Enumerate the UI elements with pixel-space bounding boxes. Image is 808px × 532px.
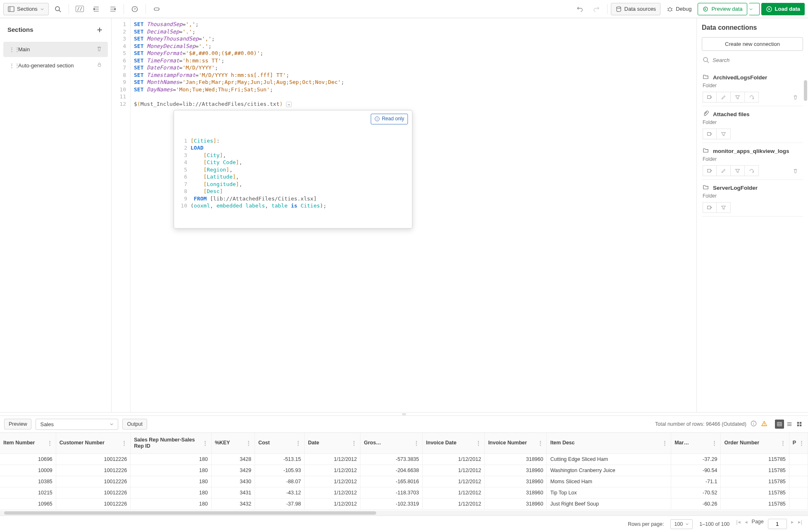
column-menu-icon[interactable]: ⋮ bbox=[296, 440, 301, 446]
connection-type: Folder bbox=[703, 119, 802, 125]
column-header[interactable]: %KEY⋮ bbox=[211, 433, 255, 453]
rows-per-page-select[interactable]: 100 bbox=[670, 519, 693, 529]
column-menu-icon[interactable]: ⋮ bbox=[476, 440, 481, 446]
column-menu-icon[interactable]: ⋮ bbox=[246, 440, 251, 446]
column-menu-icon[interactable]: ⋮ bbox=[414, 440, 419, 446]
insert-connection-button[interactable] bbox=[703, 129, 717, 139]
separator bbox=[607, 4, 608, 14]
data-table[interactable]: Item Number⋮Customer Number⋮Sales Rep Nu… bbox=[0, 432, 808, 511]
info-icon[interactable]: i bbox=[751, 420, 757, 428]
next-page-button[interactable]: ▸ bbox=[791, 519, 794, 529]
last-page-button[interactable]: ▸| bbox=[798, 519, 802, 529]
sections-title: Sections bbox=[7, 26, 33, 33]
list-view-button[interactable] bbox=[785, 420, 794, 429]
undo-button[interactable] bbox=[572, 3, 587, 15]
reload-connection-button[interactable] bbox=[745, 92, 759, 103]
table-row[interactable]: 10009100122261803429-105.931/12/2012-204… bbox=[0, 465, 808, 476]
table-row[interactable]: 10696100122261803428-513.151/12/2012-573… bbox=[0, 453, 808, 465]
add-section-button[interactable]: ＋ bbox=[95, 24, 104, 35]
edit-connection-button[interactable] bbox=[717, 92, 731, 103]
column-header[interactable]: Date⋮ bbox=[305, 433, 360, 453]
horizontal-splitter[interactable]: ═ bbox=[0, 412, 808, 415]
page-label: Page bbox=[752, 519, 764, 529]
edit-connection-button[interactable] bbox=[717, 165, 731, 176]
column-header[interactable]: Invoice Number⋮ bbox=[485, 433, 547, 453]
column-header[interactable]: Sales Rep Number-Sales Rep ID⋮ bbox=[131, 433, 211, 453]
select-data-button[interactable] bbox=[717, 202, 731, 213]
column-menu-icon[interactable]: ⋮ bbox=[799, 440, 804, 446]
column-header[interactable]: Mar…⋮ bbox=[671, 433, 721, 453]
table-cell: -88.07 bbox=[255, 476, 304, 487]
column-menu-icon[interactable]: ⋮ bbox=[122, 440, 127, 446]
delete-connection-button[interactable] bbox=[788, 165, 802, 176]
first-page-button[interactable]: |◂ bbox=[736, 519, 740, 529]
column-menu-icon[interactable]: ⋮ bbox=[712, 440, 717, 446]
output-tab-button[interactable]: Output bbox=[122, 419, 147, 429]
section-row[interactable]: ⋮⋮Auto-generated section bbox=[3, 58, 108, 73]
column-menu-icon[interactable]: ⋮ bbox=[538, 440, 543, 446]
warning-icon[interactable] bbox=[761, 420, 767, 428]
connections-scrollbar[interactable] bbox=[804, 80, 807, 408]
drag-handle-icon[interactable]: ⋮⋮ bbox=[9, 46, 14, 52]
outdent-button[interactable] bbox=[105, 3, 120, 15]
data-sources-button[interactable]: Data sources bbox=[611, 3, 661, 15]
connection-search-input[interactable] bbox=[713, 57, 802, 63]
insert-connection-button[interactable] bbox=[703, 202, 717, 213]
undo-icon bbox=[577, 6, 583, 12]
insert-tag-button[interactable] bbox=[149, 3, 164, 15]
insert-connection-button[interactable] bbox=[703, 165, 717, 176]
table-cell: 180 bbox=[131, 465, 211, 476]
create-connection-button[interactable]: Create new connection bbox=[702, 37, 803, 51]
comment-toggle-button[interactable]: // bbox=[72, 3, 87, 15]
code-content[interactable]: SET ThousandSep=',';SET DecimalSep='.';S… bbox=[131, 18, 696, 412]
insert-connection-button[interactable] bbox=[703, 92, 717, 103]
preview-tab-button[interactable]: Preview bbox=[4, 419, 31, 429]
column-menu-icon[interactable]: ⋮ bbox=[203, 440, 208, 446]
column-header[interactable]: Cost⋮ bbox=[255, 433, 304, 453]
help-button[interactable]: ? bbox=[127, 3, 142, 15]
preview-data-button[interactable]: Preview data bbox=[698, 3, 747, 15]
load-data-button[interactable]: Load data bbox=[761, 3, 805, 15]
column-header[interactable]: Item Desc⋮ bbox=[547, 433, 671, 453]
delete-section-button[interactable] bbox=[96, 46, 102, 53]
table-row[interactable]: 10965100122261803432-37.981/12/2012-102.… bbox=[0, 498, 808, 509]
drag-handle-icon[interactable]: ⋮⋮ bbox=[9, 62, 14, 69]
table-select[interactable]: Sales bbox=[36, 419, 118, 430]
reload-connection-button[interactable] bbox=[745, 165, 759, 176]
column-header[interactable]: Gros…⋮ bbox=[360, 433, 422, 453]
svg-rect-17 bbox=[708, 133, 711, 136]
column-header[interactable]: Customer Number⋮ bbox=[56, 433, 130, 453]
prev-page-button[interactable]: ◂ bbox=[745, 519, 748, 529]
sections-toggle-button[interactable]: Sections bbox=[3, 3, 49, 15]
search-button[interactable] bbox=[50, 3, 65, 15]
redo-button[interactable] bbox=[589, 3, 604, 15]
connection-search[interactable] bbox=[702, 55, 803, 65]
section-row[interactable]: ⋮⋮Main bbox=[3, 42, 108, 57]
column-header[interactable]: Order Number⋮ bbox=[721, 433, 789, 453]
table-cell: -165.8016 bbox=[360, 476, 422, 487]
table-cell: 318960 bbox=[485, 487, 547, 498]
column-menu-icon[interactable]: ⋮ bbox=[351, 440, 357, 446]
grid-view-button[interactable] bbox=[795, 420, 804, 429]
debug-button[interactable]: Debug bbox=[662, 3, 696, 15]
column-menu-icon[interactable]: ⋮ bbox=[780, 440, 786, 446]
column-header[interactable]: P⋮ bbox=[789, 433, 808, 453]
column-header[interactable]: Item Number⋮ bbox=[0, 433, 56, 453]
column-menu-icon[interactable]: ⋮ bbox=[47, 440, 52, 446]
connection-type: Folder bbox=[703, 156, 802, 162]
column-menu-icon[interactable]: ⋮ bbox=[662, 440, 667, 446]
table-horizontal-scrollbar[interactable] bbox=[0, 511, 808, 515]
select-data-button[interactable] bbox=[731, 92, 745, 103]
table-view-button[interactable] bbox=[775, 420, 784, 429]
select-data-button[interactable] bbox=[717, 129, 731, 139]
chevron-down-icon bbox=[110, 422, 114, 426]
preview-data-dropdown[interactable] bbox=[749, 3, 760, 15]
table-row[interactable]: 10215100122261803431-43.121/12/2012-118.… bbox=[0, 487, 808, 498]
indent-button[interactable] bbox=[89, 3, 104, 15]
select-data-button[interactable] bbox=[731, 165, 745, 176]
table-row[interactable]: 10385100122261803430-88.071/12/2012-165.… bbox=[0, 476, 808, 487]
page-input[interactable] bbox=[768, 519, 787, 529]
code-editor[interactable]: 123456789101112 SET ThousandSep=',';SET … bbox=[112, 18, 696, 412]
delete-connection-button[interactable] bbox=[788, 92, 802, 103]
column-header[interactable]: Invoice Date⋮ bbox=[422, 433, 484, 453]
